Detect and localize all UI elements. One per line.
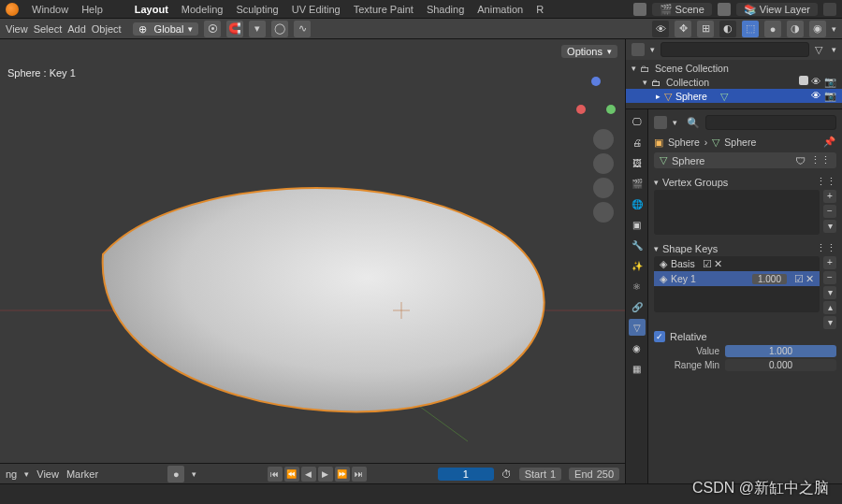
check-icon[interactable]: ☑ bbox=[703, 258, 712, 269]
disclosure-icon[interactable]: ▾ bbox=[654, 178, 659, 187]
camera-view-icon[interactable] bbox=[593, 178, 614, 198]
zoom-icon[interactable] bbox=[593, 129, 614, 150]
play-icon[interactable]: ▶ bbox=[318, 467, 333, 482]
chevron-down-icon[interactable]: ▾ bbox=[673, 118, 677, 127]
xray-toggle-icon[interactable]: ◐ bbox=[719, 21, 736, 37]
disclosure-icon[interactable]: ▸ bbox=[656, 92, 661, 101]
proportional-dropdown[interactable]: ∿ bbox=[294, 21, 311, 37]
eye-icon[interactable]: 👁 bbox=[811, 90, 821, 102]
options-dropdown[interactable]: Options ▾ bbox=[561, 45, 617, 58]
shading-wireframe-icon[interactable]: ⬚ bbox=[742, 21, 759, 37]
tab-scene[interactable]: 🎬 bbox=[629, 175, 646, 192]
shading-dropdown-icon[interactable]: ▾ bbox=[832, 24, 836, 34]
props-search[interactable] bbox=[705, 115, 836, 130]
object-visibility-icon[interactable]: 👁 bbox=[652, 21, 669, 37]
timeline-ng[interactable]: ng bbox=[6, 468, 17, 480]
pin-icon[interactable]: 📌 bbox=[823, 136, 836, 149]
gizmo-toggle-icon[interactable]: ✥ bbox=[675, 21, 691, 37]
scene-browse-icon[interactable] bbox=[633, 3, 646, 16]
clock-icon[interactable]: ⏱ bbox=[501, 468, 512, 480]
chevron-down-icon[interactable]: ▾ bbox=[832, 45, 836, 54]
add-icon[interactable]: + bbox=[823, 190, 836, 203]
workspace-more[interactable]: R bbox=[536, 4, 544, 15]
tab-viewlayer[interactable]: 🖼 bbox=[629, 154, 646, 171]
tab-modifiers[interactable]: 🔧 bbox=[629, 237, 646, 253]
remove-icon[interactable]: − bbox=[823, 205, 836, 218]
filter-icon[interactable]: ▽ bbox=[815, 44, 826, 55]
tab-physics[interactable]: ⚛ bbox=[629, 278, 646, 295]
shapekey-value[interactable]: 1.000 bbox=[752, 274, 787, 284]
timeline-view[interactable]: View bbox=[36, 468, 59, 480]
jump-start-icon[interactable]: ⏮ bbox=[268, 467, 283, 482]
crumb-obj[interactable]: Sphere bbox=[668, 137, 700, 148]
shape-key-row-basis[interactable]: ◈ Basis ☑✕ bbox=[654, 256, 820, 271]
tab-particles[interactable]: ✨ bbox=[629, 257, 646, 274]
current-frame-field[interactable]: 1 bbox=[438, 468, 494, 481]
chevron-down-icon[interactable]: ▾ bbox=[192, 469, 196, 479]
outliner-type-icon[interactable] bbox=[632, 43, 645, 56]
workspace-uvediting[interactable]: UV Editing bbox=[292, 4, 341, 15]
workspace-sculpting[interactable]: Sculpting bbox=[236, 4, 278, 15]
add-icon[interactable]: + bbox=[823, 256, 836, 269]
render-icon[interactable]: 📷 bbox=[824, 90, 836, 102]
crumb-data[interactable]: Sphere bbox=[724, 137, 756, 148]
shading-solid-icon[interactable]: ● bbox=[764, 21, 781, 37]
autokey-toggle[interactable]: ● bbox=[167, 466, 184, 482]
proportional-toggle[interactable]: ◯ bbox=[271, 21, 288, 37]
tab-render[interactable]: 🖵 bbox=[629, 113, 646, 130]
checkbox-icon[interactable]: ✓ bbox=[654, 331, 665, 342]
eye-icon[interactable]: 👁 bbox=[811, 76, 821, 88]
move-up-icon[interactable]: ▴ bbox=[823, 301, 836, 314]
checkbox-icon[interactable] bbox=[799, 76, 808, 85]
header-add[interactable]: Add bbox=[67, 23, 86, 35]
relative-checkbox-row[interactable]: ✓ Relative bbox=[654, 329, 836, 344]
tab-material[interactable]: ◉ bbox=[629, 339, 646, 356]
workspace-shading[interactable]: Shading bbox=[427, 4, 464, 15]
workspace-modeling[interactable]: Modeling bbox=[181, 4, 224, 15]
dots-icon[interactable]: ⋮⋮ bbox=[816, 242, 836, 254]
workspace-layout[interactable]: Layout bbox=[135, 4, 168, 15]
timeline-marker[interactable]: Marker bbox=[66, 468, 98, 480]
remove-icon[interactable]: − bbox=[823, 271, 836, 284]
scene-field[interactable]: 🎬 Scene bbox=[652, 3, 712, 16]
x-icon[interactable]: ✕ bbox=[714, 258, 722, 269]
x-icon[interactable]: ✕ bbox=[806, 273, 814, 284]
menu-help[interactable]: Help bbox=[81, 4, 103, 15]
shape-keys-list[interactable]: ◈ Basis ☑✕ ◈ Key 1 1.000 ☑✕ bbox=[654, 256, 820, 312]
chevron-down-icon[interactable]: ▾ bbox=[650, 45, 655, 54]
menu-window[interactable]: Window bbox=[32, 4, 68, 15]
tab-constraints[interactable]: 🔗 bbox=[629, 298, 646, 315]
specials-icon[interactable]: ▾ bbox=[823, 220, 836, 233]
pivot-dropdown[interactable]: ⦿ bbox=[204, 21, 221, 37]
header-object[interactable]: Object bbox=[92, 23, 122, 35]
tree-row-sphere[interactable]: ▸ ▽ Sphere ▽ 👁 📷 bbox=[626, 89, 842, 103]
nav-gizmo[interactable] bbox=[574, 77, 617, 120]
check-icon[interactable]: ☑ bbox=[794, 273, 804, 284]
header-select[interactable]: Select bbox=[34, 23, 63, 35]
pan-icon[interactable] bbox=[593, 153, 614, 174]
axis-y-icon[interactable] bbox=[606, 105, 616, 114]
header-view[interactable]: View bbox=[6, 23, 28, 35]
snap-toggle[interactable]: 🧲 bbox=[226, 21, 243, 37]
shading-rendered-icon[interactable]: ◉ bbox=[809, 21, 826, 37]
tab-world[interactable]: 🌐 bbox=[629, 195, 646, 212]
render-icon[interactable]: 📷 bbox=[824, 76, 836, 88]
value-slider[interactable]: 1.000 bbox=[725, 345, 836, 357]
viewlayer-browse-icon[interactable] bbox=[718, 3, 731, 16]
shape-key-row-key1[interactable]: ◈ Key 1 1.000 ☑✕ bbox=[654, 271, 820, 286]
move-down-icon[interactable]: ▾ bbox=[823, 316, 836, 329]
viewlayer-field[interactable]: 📚 View Layer bbox=[736, 3, 818, 16]
jump-end-icon[interactable]: ⏭ bbox=[352, 467, 367, 482]
tab-output[interactable]: 🖨 bbox=[629, 134, 646, 151]
snap-dropdown[interactable]: ▾ bbox=[249, 21, 266, 37]
tree-row-scene[interactable]: ▾ 🗀 Scene Collection bbox=[626, 62, 842, 75]
mesh-name-field[interactable]: ▽ Sphere 🛡 ⋮⋮ bbox=[654, 152, 836, 168]
rangemin-field[interactable]: 0.000 bbox=[725, 359, 836, 371]
specials-icon[interactable]: ▾ bbox=[823, 286, 836, 299]
start-frame-field[interactable]: Start 1 bbox=[519, 468, 561, 481]
shading-matprev-icon[interactable]: ◑ bbox=[787, 21, 804, 37]
tab-mesh-data[interactable]: ▽ bbox=[629, 319, 646, 336]
shield-icon[interactable]: 🛡 bbox=[795, 155, 806, 166]
disclosure-icon[interactable]: ▾ bbox=[632, 64, 636, 73]
3d-viewport[interactable]: Options ▾ Sphere : Key 1 bbox=[0, 39, 625, 483]
